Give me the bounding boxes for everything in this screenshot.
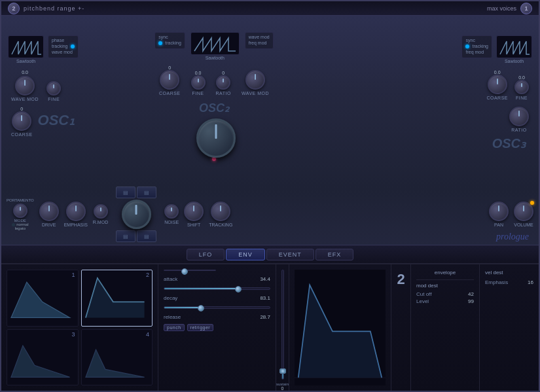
- osc3-tracking-led[interactable]: [465, 45, 469, 48]
- osc1-tracking-led[interactable]: [71, 45, 75, 48]
- tracking-knob[interactable]: [211, 202, 230, 221]
- retrigger-button[interactable]: retrigger: [187, 324, 214, 331]
- osc2-title: OSC₂: [106, 101, 322, 115]
- svg-marker-2: [85, 278, 144, 317]
- osc2-right-sync-box: wave mod freq mod: [245, 32, 274, 49]
- envelope-info: envelope mod dest Cut off 42 Level 99: [411, 264, 480, 391]
- osc2-wave-label: Sawtooth: [206, 56, 225, 60]
- portamento-knob[interactable]: [13, 204, 27, 218]
- env-display: [289, 264, 391, 391]
- osc1-tracking-label: tracking: [52, 44, 68, 48]
- sustain-slider[interactable]: [281, 270, 284, 380]
- pitchbend-badge[interactable]: 2: [8, 3, 20, 14]
- osc3-ratio-knob[interactable]: [509, 107, 529, 126]
- vel-dest-panel: vel dest Emphasis 16: [480, 264, 539, 391]
- osc2-freqmod-label: freq mod: [249, 41, 267, 45]
- osc2-ratio-knob[interactable]: [216, 75, 230, 90]
- osc3-fine-label: FINE: [516, 96, 528, 100]
- rmod-group: R.MOD: [93, 204, 108, 224]
- osc2-wave-display: [190, 32, 240, 55]
- env-slot-2[interactable]: 2: [81, 270, 153, 327]
- sustain-group: sustain 0: [276, 264, 289, 391]
- routing-btn-2[interactable]: ▤: [137, 187, 156, 198]
- env-slot-1-number: 1: [71, 272, 75, 278]
- osc1-fine-label: FINE: [48, 97, 60, 101]
- drive-label: DRIVE: [42, 223, 56, 227]
- osc2-coarse-knob[interactable]: [160, 70, 179, 90]
- mod-cutoff-value: 42: [468, 291, 474, 297]
- routing-btn-3[interactable]: ▤: [116, 230, 135, 242]
- osc3-coarse-knob[interactable]: [488, 75, 507, 94]
- mode-led[interactable]: [12, 223, 15, 226]
- osc3-coarse-label: COARSE: [486, 96, 508, 100]
- decay-value: 83.1: [251, 295, 270, 301]
- release-value: 28.7: [251, 314, 270, 320]
- osc2-fine-knob[interactable]: [191, 75, 206, 90]
- synth-panel: Sawtooth phase tracking wave mod: [1, 16, 539, 264]
- osc2-mix-knob[interactable]: [196, 118, 236, 158]
- mod-dest-section: mod dest Cut off 42 Level 99: [416, 279, 474, 304]
- tab-efx[interactable]: EFX: [315, 249, 354, 260]
- routing-btn-1[interactable]: ▤: [116, 187, 135, 198]
- osc1-coarse-value: 0: [20, 107, 23, 111]
- tab-env[interactable]: ENV: [226, 249, 265, 260]
- svg-marker-6: [85, 349, 144, 377]
- attack-slider[interactable]: [164, 270, 216, 271]
- volume-knob[interactable]: [514, 202, 533, 221]
- osc1-wavemod-knob-label: WAVE MOD: [11, 97, 39, 101]
- osc3-ratio-label: RATIO: [511, 128, 526, 132]
- env-number-display: 2: [391, 264, 411, 391]
- envelope-number: 2: [397, 271, 405, 288]
- portamento-group: PORTAMENTO MODE normal legato: [7, 198, 34, 230]
- osc3-wave-display: [496, 35, 532, 58]
- osc2-tracking-led[interactable]: [158, 41, 162, 45]
- osc2-ratio-label: RATIO: [216, 91, 231, 96]
- pan-label: PAN: [494, 223, 503, 227]
- release-label: release: [164, 314, 190, 320]
- env-slot-3[interactable]: 3: [7, 329, 79, 386]
- pan-group: PAN: [489, 202, 509, 227]
- env-controls: attack 34.4 decay 83.1: [158, 264, 276, 391]
- filter-row: PORTAMENTO MODE normal legato DRIVE EMPH…: [7, 187, 533, 242]
- osc3-wave-label: Sawtooth: [496, 59, 532, 63]
- osc3-fine-value: 0.0: [518, 75, 525, 80]
- env-slot-4[interactable]: 4: [81, 329, 153, 386]
- osc1-coarse-knob[interactable]: [12, 111, 31, 131]
- maxvoices-badge[interactable]: 1: [520, 3, 532, 14]
- noise-knob[interactable]: [164, 204, 179, 219]
- portamento-label: PORTAMENTO: [7, 198, 34, 202]
- mode-legato: legato: [15, 226, 26, 230]
- osc1-fine-knob[interactable]: [46, 81, 61, 96]
- mod-cutoff-label: Cut off: [416, 291, 431, 297]
- vel-emphasis-label: Emphasis: [485, 279, 508, 285]
- decay-slider[interactable]: [164, 287, 270, 290]
- shift-knob[interactable]: [184, 202, 204, 221]
- osc1-wavemod-knob[interactable]: [15, 76, 35, 96]
- osc2-wavemod-knob[interactable]: [245, 70, 265, 90]
- pan-knob[interactable]: [489, 202, 509, 221]
- drive-knob[interactable]: [39, 202, 59, 221]
- filter-center-knob[interactable]: [122, 200, 151, 229]
- emphasis-knob[interactable]: [66, 202, 86, 221]
- env-slot-1[interactable]: 1: [7, 270, 79, 327]
- tab-lfo[interactable]: LFO: [187, 249, 225, 260]
- release-slider[interactable]: [164, 306, 270, 309]
- tracking-filter-label: TRACKING: [209, 223, 232, 227]
- drive-group: DRIVE: [39, 202, 59, 227]
- punch-button[interactable]: punch: [164, 324, 185, 331]
- rmod-label: R.MOD: [93, 220, 108, 224]
- osc3-fine-knob[interactable]: [514, 80, 529, 94]
- osc3-sync-box: sync tracking freq mod: [461, 35, 492, 58]
- osc2-sync-label: sync: [158, 35, 168, 39]
- svg-marker-4: [11, 346, 70, 377]
- tracking-group: TRACKING: [209, 202, 232, 227]
- emphasis-label: EMPHASIS: [64, 223, 88, 227]
- osc1-sync-box: phase tracking wave mod: [48, 35, 79, 58]
- routing-btn-4[interactable]: ▤: [137, 230, 156, 242]
- tab-event[interactable]: EVENT: [266, 249, 314, 260]
- top-bar: 2 pitchbend range +- max voices 1: [1, 1, 539, 16]
- rmod-knob[interactable]: [94, 204, 108, 219]
- osc2-tracking-label: tracking: [165, 41, 181, 45]
- mod-level-label: Level: [416, 298, 429, 304]
- vel-dest-title: vel dest: [485, 270, 533, 276]
